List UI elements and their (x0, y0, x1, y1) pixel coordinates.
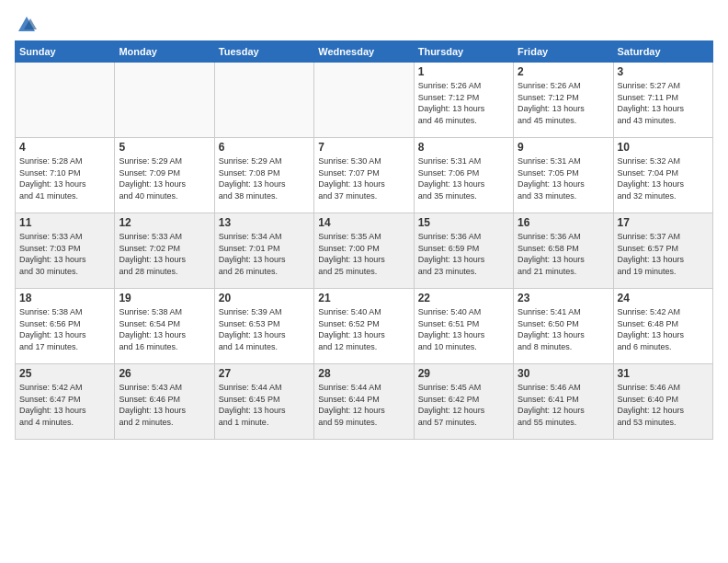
day-number: 8 (418, 141, 509, 154)
calendar-cell: 19Sunrise: 5:38 AM Sunset: 6:54 PM Dayli… (115, 289, 214, 364)
calendar-cell: 27Sunrise: 5:44 AM Sunset: 6:45 PM Dayli… (214, 364, 313, 440)
calendar-cell: 3Sunrise: 5:27 AM Sunset: 7:11 PM Daylig… (613, 63, 712, 138)
day-info: Sunrise: 5:29 AM Sunset: 7:09 PM Dayligh… (119, 155, 210, 201)
day-info: Sunrise: 5:44 AM Sunset: 6:45 PM Dayligh… (219, 382, 310, 428)
day-info: Sunrise: 5:41 AM Sunset: 6:50 PM Dayligh… (518, 306, 609, 352)
weekday-header-tuesday: Tuesday (214, 41, 313, 63)
weekday-header-thursday: Thursday (414, 41, 513, 63)
day-info: Sunrise: 5:44 AM Sunset: 6:44 PM Dayligh… (318, 382, 409, 428)
day-number: 20 (219, 292, 310, 304)
calendar-cell: 4Sunrise: 5:28 AM Sunset: 7:10 PM Daylig… (16, 138, 115, 213)
calendar-cell: 28Sunrise: 5:44 AM Sunset: 6:44 PM Dayli… (314, 364, 414, 440)
day-number: 15 (418, 216, 509, 229)
day-number: 11 (19, 216, 110, 229)
calendar-cell: 11Sunrise: 5:33 AM Sunset: 7:03 PM Dayli… (16, 213, 115, 289)
calendar-cell: 6Sunrise: 5:29 AM Sunset: 7:08 PM Daylig… (214, 138, 313, 213)
day-info: Sunrise: 5:33 AM Sunset: 7:02 PM Dayligh… (119, 231, 210, 277)
calendar-cell: 31Sunrise: 5:46 AM Sunset: 6:40 PM Dayli… (613, 364, 712, 440)
day-info: Sunrise: 5:37 AM Sunset: 6:57 PM Dayligh… (618, 231, 709, 277)
day-number: 19 (119, 292, 210, 304)
calendar-cell: 25Sunrise: 5:42 AM Sunset: 6:47 PM Dayli… (16, 364, 115, 440)
calendar-cell: 5Sunrise: 5:29 AM Sunset: 7:09 PM Daylig… (115, 138, 214, 213)
day-number: 23 (518, 292, 609, 304)
calendar-cell: 9Sunrise: 5:31 AM Sunset: 7:05 PM Daylig… (514, 138, 613, 213)
calendar-cell: 29Sunrise: 5:45 AM Sunset: 6:42 PM Dayli… (414, 364, 513, 440)
calendar-cell: 23Sunrise: 5:41 AM Sunset: 6:50 PM Dayli… (514, 289, 613, 364)
day-number: 26 (119, 367, 210, 380)
day-info: Sunrise: 5:34 AM Sunset: 7:01 PM Dayligh… (219, 231, 310, 277)
day-info: Sunrise: 5:40 AM Sunset: 6:52 PM Dayligh… (318, 306, 409, 352)
calendar-cell (16, 63, 115, 138)
day-number: 17 (618, 216, 709, 229)
day-info: Sunrise: 5:26 AM Sunset: 7:12 PM Dayligh… (418, 80, 509, 126)
weekday-header-sunday: Sunday (16, 41, 115, 63)
day-info: Sunrise: 5:32 AM Sunset: 7:04 PM Dayligh… (618, 155, 709, 201)
day-number: 21 (318, 292, 409, 304)
calendar-cell: 7Sunrise: 5:30 AM Sunset: 7:07 PM Daylig… (314, 138, 414, 213)
day-info: Sunrise: 5:29 AM Sunset: 7:08 PM Dayligh… (219, 155, 310, 201)
calendar-cell: 21Sunrise: 5:40 AM Sunset: 6:52 PM Dayli… (314, 289, 414, 364)
calendar-cell: 30Sunrise: 5:46 AM Sunset: 6:41 PM Dayli… (514, 364, 613, 440)
day-info: Sunrise: 5:28 AM Sunset: 7:10 PM Dayligh… (19, 155, 110, 201)
day-number: 31 (618, 367, 709, 380)
day-number: 1 (418, 65, 509, 78)
calendar-cell: 10Sunrise: 5:32 AM Sunset: 7:04 PM Dayli… (613, 138, 712, 213)
day-info: Sunrise: 5:42 AM Sunset: 6:47 PM Dayligh… (19, 382, 110, 428)
day-info: Sunrise: 5:46 AM Sunset: 6:41 PM Dayligh… (518, 382, 609, 428)
day-number: 10 (618, 141, 709, 154)
weekday-header-saturday: Saturday (613, 41, 712, 63)
calendar-cell: 14Sunrise: 5:35 AM Sunset: 7:00 PM Dayli… (314, 213, 414, 289)
calendar-cell: 2Sunrise: 5:26 AM Sunset: 7:12 PM Daylig… (514, 63, 613, 138)
day-info: Sunrise: 5:30 AM Sunset: 7:07 PM Dayligh… (318, 155, 409, 201)
calendar-cell: 15Sunrise: 5:36 AM Sunset: 6:59 PM Dayli… (414, 213, 513, 289)
day-info: Sunrise: 5:36 AM Sunset: 6:59 PM Dayligh… (418, 231, 509, 277)
calendar-cell: 17Sunrise: 5:37 AM Sunset: 6:57 PM Dayli… (613, 213, 712, 289)
calendar-table: SundayMondayTuesdayWednesdayThursdayFrid… (15, 40, 713, 440)
day-info: Sunrise: 5:26 AM Sunset: 7:12 PM Dayligh… (518, 80, 609, 126)
day-number: 3 (618, 65, 709, 78)
day-info: Sunrise: 5:42 AM Sunset: 6:48 PM Dayligh… (618, 306, 709, 352)
logo-icon (17, 15, 37, 35)
calendar-cell: 12Sunrise: 5:33 AM Sunset: 7:02 PM Dayli… (115, 213, 214, 289)
day-info: Sunrise: 5:39 AM Sunset: 6:53 PM Dayligh… (219, 306, 310, 352)
day-number: 22 (418, 292, 509, 304)
calendar-cell: 24Sunrise: 5:42 AM Sunset: 6:48 PM Dayli… (613, 289, 712, 364)
day-info: Sunrise: 5:40 AM Sunset: 6:51 PM Dayligh… (418, 306, 509, 352)
day-number: 5 (119, 141, 210, 154)
day-info: Sunrise: 5:38 AM Sunset: 6:54 PM Dayligh… (119, 306, 210, 352)
day-number: 25 (19, 367, 110, 380)
calendar-cell (214, 63, 313, 138)
day-number: 12 (119, 216, 210, 229)
calendar-cell: 20Sunrise: 5:39 AM Sunset: 6:53 PM Dayli… (214, 289, 313, 364)
day-number: 27 (219, 367, 310, 380)
day-number: 7 (318, 141, 409, 154)
calendar-cell: 1Sunrise: 5:26 AM Sunset: 7:12 PM Daylig… (414, 63, 513, 138)
day-number: 30 (518, 367, 609, 380)
page-container: SundayMondayTuesdayWednesdayThursdayFrid… (0, 0, 728, 447)
header (15, 15, 713, 31)
day-number: 28 (318, 367, 409, 380)
calendar-cell: 8Sunrise: 5:31 AM Sunset: 7:06 PM Daylig… (414, 138, 513, 213)
day-info: Sunrise: 5:38 AM Sunset: 6:56 PM Dayligh… (19, 306, 110, 352)
calendar-cell: 16Sunrise: 5:36 AM Sunset: 6:58 PM Dayli… (514, 213, 613, 289)
day-number: 9 (518, 141, 609, 154)
logo (15, 15, 37, 31)
calendar-cell (115, 63, 214, 138)
day-info: Sunrise: 5:45 AM Sunset: 6:42 PM Dayligh… (418, 382, 509, 428)
calendar-cell: 18Sunrise: 5:38 AM Sunset: 6:56 PM Dayli… (16, 289, 115, 364)
day-info: Sunrise: 5:35 AM Sunset: 7:00 PM Dayligh… (318, 231, 409, 277)
day-info: Sunrise: 5:27 AM Sunset: 7:11 PM Dayligh… (618, 80, 709, 126)
weekday-header-monday: Monday (115, 41, 214, 63)
calendar-cell: 13Sunrise: 5:34 AM Sunset: 7:01 PM Dayli… (214, 213, 313, 289)
day-number: 2 (518, 65, 609, 78)
day-info: Sunrise: 5:31 AM Sunset: 7:05 PM Dayligh… (518, 155, 609, 201)
day-info: Sunrise: 5:31 AM Sunset: 7:06 PM Dayligh… (418, 155, 509, 201)
day-info: Sunrise: 5:33 AM Sunset: 7:03 PM Dayligh… (19, 231, 110, 277)
weekday-header-friday: Friday (514, 41, 613, 63)
day-number: 18 (19, 292, 110, 304)
day-info: Sunrise: 5:46 AM Sunset: 6:40 PM Dayligh… (618, 382, 709, 428)
calendar-cell (314, 63, 414, 138)
weekday-header-wednesday: Wednesday (314, 41, 414, 63)
day-number: 16 (518, 216, 609, 229)
day-number: 14 (318, 216, 409, 229)
